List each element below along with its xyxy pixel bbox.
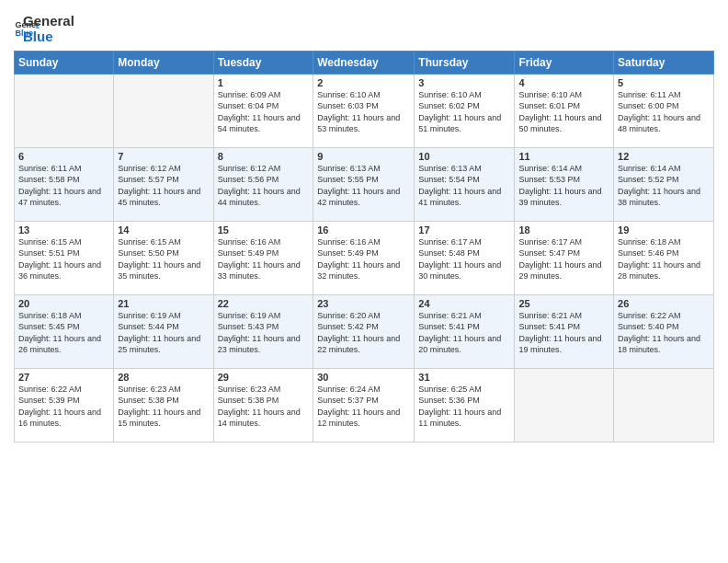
day-info: Sunrise: 6:22 AM Sunset: 5:39 PM Dayligh…: [18, 384, 109, 430]
calendar-cell: [614, 368, 714, 442]
calendar-cell: 16Sunrise: 6:16 AM Sunset: 5:49 PM Dayli…: [313, 221, 415, 294]
weekday-header-sunday: Sunday: [15, 51, 114, 74]
day-info: Sunrise: 6:16 AM Sunset: 5:49 PM Dayligh…: [218, 236, 310, 282]
calendar-cell: 17Sunrise: 6:17 AM Sunset: 5:48 PM Dayli…: [415, 221, 515, 294]
calendar-cell: 10Sunrise: 6:13 AM Sunset: 5:54 PM Dayli…: [415, 147, 515, 221]
calendar-week-row: 13Sunrise: 6:15 AM Sunset: 5:51 PM Dayli…: [15, 221, 714, 294]
calendar-cell: [515, 368, 614, 442]
day-number: 1: [218, 77, 310, 88]
calendar-cell: 6Sunrise: 6:11 AM Sunset: 5:58 PM Daylig…: [15, 147, 114, 221]
calendar-cell: 23Sunrise: 6:20 AM Sunset: 5:42 PM Dayli…: [313, 294, 415, 368]
day-info: Sunrise: 6:12 AM Sunset: 5:57 PM Dayligh…: [118, 163, 209, 209]
weekday-header-saturday: Saturday: [614, 51, 714, 74]
day-number: 18: [518, 224, 609, 236]
day-number: 27: [18, 372, 109, 383]
calendar-week-row: 27Sunrise: 6:22 AM Sunset: 5:39 PM Dayli…: [15, 368, 714, 442]
calendar-cell: 15Sunrise: 6:16 AM Sunset: 5:49 PM Dayli…: [213, 221, 313, 294]
weekday-header-friday: Friday: [515, 51, 614, 74]
day-number: 19: [618, 224, 710, 236]
day-info: Sunrise: 6:09 AM Sunset: 6:04 PM Dayligh…: [218, 89, 310, 135]
day-info: Sunrise: 6:13 AM Sunset: 5:55 PM Dayligh…: [317, 163, 410, 209]
day-number: 30: [317, 372, 410, 383]
day-info: Sunrise: 6:14 AM Sunset: 5:53 PM Dayligh…: [518, 163, 609, 209]
day-number: 13: [18, 224, 109, 236]
day-number: 21: [118, 298, 209, 309]
calendar-week-row: 1Sunrise: 6:09 AM Sunset: 6:04 PM Daylig…: [15, 74, 714, 147]
day-info: Sunrise: 6:11 AM Sunset: 6:00 PM Dayligh…: [618, 89, 710, 135]
calendar-cell: 9Sunrise: 6:13 AM Sunset: 5:55 PM Daylig…: [313, 147, 415, 221]
day-info: Sunrise: 6:17 AM Sunset: 5:48 PM Dayligh…: [418, 236, 510, 282]
calendar-cell: 13Sunrise: 6:15 AM Sunset: 5:51 PM Dayli…: [15, 221, 114, 294]
day-info: Sunrise: 6:10 AM Sunset: 6:03 PM Dayligh…: [317, 89, 410, 135]
calendar-cell: 22Sunrise: 6:19 AM Sunset: 5:43 PM Dayli…: [213, 294, 313, 368]
day-number: 29: [218, 372, 310, 383]
calendar-cell: 31Sunrise: 6:25 AM Sunset: 5:36 PM Dayli…: [415, 368, 515, 442]
calendar-cell: 18Sunrise: 6:17 AM Sunset: 5:47 PM Dayli…: [515, 221, 614, 294]
page: General Blue General Blue SundayMondayTu…: [0, 0, 728, 563]
calendar-cell: [114, 74, 213, 147]
day-info: Sunrise: 6:15 AM Sunset: 5:50 PM Dayligh…: [118, 236, 209, 282]
calendar-week-row: 20Sunrise: 6:18 AM Sunset: 5:45 PM Dayli…: [15, 294, 714, 368]
day-info: Sunrise: 6:21 AM Sunset: 5:41 PM Dayligh…: [518, 310, 609, 356]
header: General Blue General Blue: [14, 9, 714, 45]
calendar-week-row: 6Sunrise: 6:11 AM Sunset: 5:58 PM Daylig…: [15, 147, 714, 221]
day-info: Sunrise: 6:15 AM Sunset: 5:51 PM Dayligh…: [18, 236, 109, 282]
calendar-cell: 25Sunrise: 6:21 AM Sunset: 5:41 PM Dayli…: [515, 294, 614, 368]
day-info: Sunrise: 6:23 AM Sunset: 5:38 PM Dayligh…: [218, 384, 310, 430]
calendar-cell: 28Sunrise: 6:23 AM Sunset: 5:38 PM Dayli…: [114, 368, 213, 442]
day-info: Sunrise: 6:20 AM Sunset: 5:42 PM Dayligh…: [317, 310, 410, 356]
day-number: 6: [18, 151, 109, 162]
calendar-cell: [15, 74, 114, 147]
calendar-cell: 8Sunrise: 6:12 AM Sunset: 5:56 PM Daylig…: [213, 147, 313, 221]
day-number: 4: [518, 77, 609, 88]
day-number: 16: [317, 224, 410, 236]
day-info: Sunrise: 6:11 AM Sunset: 5:58 PM Dayligh…: [18, 163, 109, 209]
weekday-header-wednesday: Wednesday: [313, 51, 415, 74]
day-number: 10: [418, 151, 510, 162]
day-number: 11: [518, 151, 609, 162]
weekday-header-monday: Monday: [114, 51, 213, 74]
day-info: Sunrise: 6:13 AM Sunset: 5:54 PM Dayligh…: [418, 163, 510, 209]
calendar-cell: 3Sunrise: 6:10 AM Sunset: 6:02 PM Daylig…: [415, 74, 515, 147]
day-number: 12: [618, 151, 710, 162]
calendar-cell: 26Sunrise: 6:22 AM Sunset: 5:40 PM Dayli…: [614, 294, 714, 368]
logo-blue: Blue: [23, 29, 74, 44]
calendar-cell: 14Sunrise: 6:15 AM Sunset: 5:50 PM Dayli…: [114, 221, 213, 294]
calendar-cell: 12Sunrise: 6:14 AM Sunset: 5:52 PM Dayli…: [614, 147, 714, 221]
day-number: 31: [418, 372, 510, 383]
calendar-cell: 7Sunrise: 6:12 AM Sunset: 5:57 PM Daylig…: [114, 147, 213, 221]
day-number: 25: [518, 298, 609, 309]
calendar-cell: 21Sunrise: 6:19 AM Sunset: 5:44 PM Dayli…: [114, 294, 213, 368]
day-number: 5: [618, 77, 710, 88]
day-number: 26: [618, 298, 710, 309]
day-info: Sunrise: 6:19 AM Sunset: 5:43 PM Dayligh…: [218, 310, 310, 356]
day-info: Sunrise: 6:23 AM Sunset: 5:38 PM Dayligh…: [118, 384, 209, 430]
calendar-cell: 29Sunrise: 6:23 AM Sunset: 5:38 PM Dayli…: [213, 368, 313, 442]
day-number: 8: [218, 151, 310, 162]
day-number: 24: [418, 298, 510, 309]
calendar-table: SundayMondayTuesdayWednesdayThursdayFrid…: [14, 51, 714, 442]
day-number: 15: [218, 224, 310, 236]
day-number: 2: [317, 77, 410, 88]
calendar-cell: 1Sunrise: 6:09 AM Sunset: 6:04 PM Daylig…: [213, 74, 313, 147]
day-info: Sunrise: 6:12 AM Sunset: 5:56 PM Dayligh…: [218, 163, 310, 209]
day-number: 14: [118, 224, 209, 236]
calendar-cell: 11Sunrise: 6:14 AM Sunset: 5:53 PM Dayli…: [515, 147, 614, 221]
logo: General Blue General Blue: [14, 13, 74, 45]
day-info: Sunrise: 6:14 AM Sunset: 5:52 PM Dayligh…: [618, 163, 710, 209]
calendar-cell: 19Sunrise: 6:18 AM Sunset: 5:46 PM Dayli…: [614, 221, 714, 294]
day-info: Sunrise: 6:19 AM Sunset: 5:44 PM Dayligh…: [118, 310, 209, 356]
day-info: Sunrise: 6:17 AM Sunset: 5:47 PM Dayligh…: [518, 236, 609, 282]
day-number: 9: [317, 151, 410, 162]
day-number: 22: [218, 298, 310, 309]
day-info: Sunrise: 6:21 AM Sunset: 5:41 PM Dayligh…: [418, 310, 510, 356]
day-number: 23: [317, 298, 410, 309]
weekday-header-thursday: Thursday: [415, 51, 515, 74]
day-info: Sunrise: 6:18 AM Sunset: 5:46 PM Dayligh…: [618, 236, 710, 282]
day-number: 3: [418, 77, 510, 88]
day-info: Sunrise: 6:22 AM Sunset: 5:40 PM Dayligh…: [618, 310, 710, 356]
day-number: 28: [118, 372, 209, 383]
calendar-cell: 4Sunrise: 6:10 AM Sunset: 6:01 PM Daylig…: [515, 74, 614, 147]
calendar-cell: 30Sunrise: 6:24 AM Sunset: 5:37 PM Dayli…: [313, 368, 415, 442]
day-info: Sunrise: 6:10 AM Sunset: 6:02 PM Dayligh…: [418, 89, 510, 135]
